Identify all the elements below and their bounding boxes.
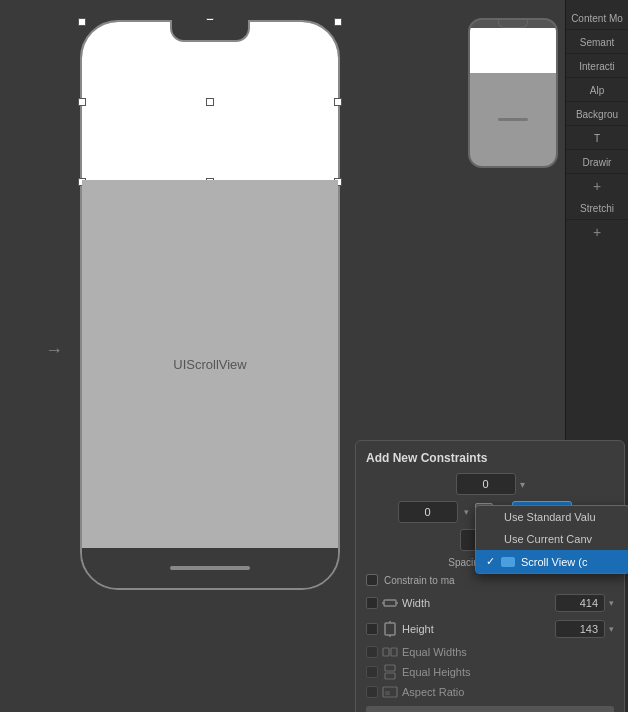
- phone-notch: [170, 20, 250, 42]
- aspect-ratio-icon: ⊠: [382, 684, 398, 700]
- aspect-ratio-row: ⊠ Aspect Ratio: [366, 684, 614, 700]
- constraints-title: Add New Constraints: [366, 451, 614, 465]
- scrollview-label: UIScrollView: [173, 357, 246, 372]
- thumb-white: [470, 28, 556, 73]
- svg-text:⊠: ⊠: [385, 690, 390, 696]
- constrain-margins-checkbox[interactable]: [366, 574, 378, 586]
- handle-mm[interactable]: [206, 98, 214, 106]
- add-constraint-button[interactable]: Add 1 Constraint: [366, 706, 614, 712]
- equal-widths-checkbox[interactable]: [366, 646, 378, 658]
- dropdown-label-scrollview: Scroll View (c: [521, 556, 587, 568]
- handle-tr[interactable]: [334, 18, 342, 26]
- handle-mr[interactable]: [334, 98, 342, 106]
- left-dropdown-arrow[interactable]: ▾: [464, 507, 469, 517]
- phone-mockup: UIScrollView: [80, 20, 340, 590]
- svg-rect-0: [384, 600, 396, 606]
- height-icon: [382, 621, 398, 637]
- height-dropdown-arrow[interactable]: ▾: [609, 624, 614, 634]
- thumb-gray: [470, 73, 556, 166]
- equal-widths-label: Equal Widths: [402, 646, 614, 658]
- equal-heights-icon: [382, 664, 398, 680]
- equal-widths-icon: [382, 644, 398, 660]
- dropdown-item-scrollview[interactable]: ✓ Scroll View (c: [476, 550, 628, 573]
- dropdown-item-current[interactable]: Use Current Canv: [476, 528, 628, 550]
- scroll-view-area: UIScrollView: [82, 180, 338, 548]
- height-value: 143: [555, 620, 605, 638]
- svg-rect-7: [391, 648, 397, 656]
- top-spacing-input[interactable]: [456, 473, 516, 495]
- width-checkbox[interactable]: [366, 597, 378, 609]
- width-row: Width 414 ▾: [366, 592, 614, 614]
- panel-drawing: Drawir: [566, 152, 628, 174]
- equal-heights-row: Equal Heights: [366, 664, 614, 680]
- home-bar: [170, 566, 250, 570]
- height-label: Height: [402, 623, 551, 635]
- thumbnail-preview: [468, 18, 558, 168]
- equal-heights-checkbox[interactable]: [366, 666, 378, 678]
- panel-t: T: [566, 128, 628, 150]
- left-spacing-input[interactable]: [398, 501, 458, 523]
- panel-interaction: Interacti: [566, 56, 628, 78]
- dropdown-label-standard: Use Standard Valu: [504, 511, 596, 523]
- panel-stretching: Stretchi: [566, 198, 628, 220]
- width-label: Width: [402, 597, 551, 609]
- panel-plus-1[interactable]: +: [591, 176, 603, 196]
- handle-tl[interactable]: [78, 18, 86, 26]
- constrain-margins-row: Constrain to ma: [366, 574, 614, 586]
- thumb-notch: [498, 20, 528, 28]
- phone-bottom-area: [82, 548, 338, 588]
- canvas-arrow: →: [45, 340, 63, 361]
- panel-content-mode: Content Mo: [566, 8, 628, 30]
- svg-rect-9: [385, 673, 395, 679]
- handle-ml[interactable]: [78, 98, 86, 106]
- dropdown-menu: Use Standard Valu Use Current Canv ✓ Scr…: [475, 505, 628, 574]
- height-checkbox[interactable]: [366, 623, 378, 635]
- equal-widths-row: Equal Widths: [366, 644, 614, 660]
- svg-rect-8: [385, 665, 395, 671]
- width-icon: [382, 595, 398, 611]
- svg-rect-6: [383, 648, 389, 656]
- top-spacing-row: ▾: [366, 473, 614, 495]
- height-row: Height 143 ▾: [366, 618, 614, 640]
- constraints-panel: Add New Constraints ▾ ▾ ↕ ▾ Spacing to n…: [355, 440, 625, 712]
- aspect-ratio-label: Aspect Ratio: [402, 686, 614, 698]
- scrollview-color-swatch: [501, 557, 515, 567]
- phone-white-area: [82, 22, 338, 182]
- panel-background: Backgrou: [566, 104, 628, 126]
- thumb-line: [498, 118, 528, 121]
- dropdown-label-current: Use Current Canv: [504, 533, 592, 545]
- equal-heights-label: Equal Heights: [402, 666, 614, 678]
- top-dropdown-arrow[interactable]: ▾: [520, 479, 525, 490]
- dropdown-check-scrollview: ✓: [486, 555, 495, 568]
- panel-semantic: Semant: [566, 32, 628, 54]
- panel-plus-2[interactable]: +: [591, 222, 603, 242]
- aspect-ratio-checkbox[interactable]: [366, 686, 378, 698]
- panel-alpha: Alp: [566, 80, 628, 102]
- dimension-section: Width 414 ▾ Height 143 ▾: [366, 592, 614, 700]
- svg-rect-3: [385, 623, 395, 635]
- dropdown-item-standard[interactable]: Use Standard Valu: [476, 506, 628, 528]
- width-value: 414: [555, 594, 605, 612]
- width-dropdown-arrow[interactable]: ▾: [609, 598, 614, 608]
- constrain-margins-label: Constrain to ma: [384, 575, 455, 586]
